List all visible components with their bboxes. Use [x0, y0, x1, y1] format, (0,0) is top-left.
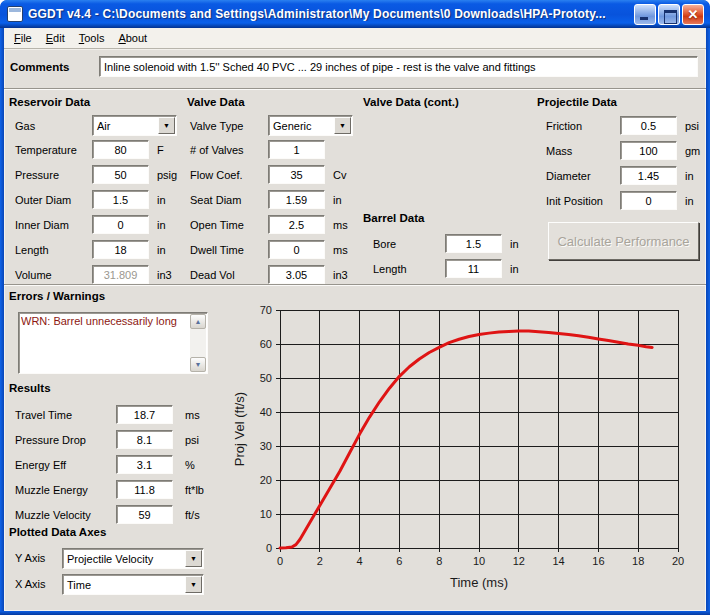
field-label: Length	[15, 244, 92, 256]
svg-text:10: 10	[473, 555, 485, 567]
scroll-up-button[interactable]: ▲	[190, 314, 206, 329]
field-label: Pressure Drop	[15, 434, 116, 446]
field-input[interactable]	[620, 166, 677, 185]
menu-tools[interactable]: Tools	[72, 30, 112, 47]
field-input[interactable]	[620, 191, 677, 210]
velocity-chart: 02468101214161820010203040506070Time (ms…	[230, 290, 710, 615]
reservoir-data-header: Reservoir Data	[9, 96, 90, 108]
field-unit: psi	[685, 120, 699, 132]
close-button[interactable]: ✕	[682, 4, 704, 25]
x-axis-combobox[interactable]: Time ▼	[62, 574, 204, 595]
field-unit: ms	[333, 244, 348, 256]
errors-warnings-header: Errors / Warnings	[9, 290, 105, 302]
field-row: Pressure Droppsi	[15, 427, 220, 452]
field-label: Muzzle Energy	[15, 484, 116, 496]
field-input[interactable]	[268, 215, 325, 234]
field-row: Seat Diamin	[190, 187, 365, 212]
valve-type-combobox[interactable]: Generic ▼	[268, 115, 353, 136]
field-input[interactable]	[116, 480, 173, 499]
scroll-down-button[interactable]: ▼	[190, 357, 206, 372]
field-input[interactable]	[268, 265, 325, 284]
field-unit: ms	[333, 219, 348, 231]
field-label: Bore	[373, 238, 445, 250]
y-axis-combobox-value: Projectile Velocity	[63, 553, 184, 565]
errors-scrollbar[interactable]: ▲ ▼	[190, 314, 206, 372]
field-unit: %	[185, 459, 195, 471]
field-input[interactable]	[116, 505, 173, 524]
x-axis-combobox-value: Time	[63, 579, 184, 591]
plotted-data-axes-header: Plotted Data Axes	[9, 526, 106, 538]
field-row: Muzzle Energyft*lb	[15, 477, 220, 502]
field-row: Travel Timems	[15, 402, 220, 427]
field-input[interactable]	[116, 405, 173, 424]
maximize-button[interactable]	[658, 4, 680, 25]
svg-text:20: 20	[260, 474, 272, 486]
svg-text:40: 40	[260, 406, 272, 418]
field-label: Seat Diam	[190, 194, 268, 206]
field-label: Temperature	[15, 144, 92, 156]
field-input[interactable]	[116, 455, 173, 474]
field-input[interactable]	[268, 240, 325, 259]
field-input[interactable]	[445, 259, 502, 278]
field-input[interactable]	[92, 240, 149, 259]
gas-combobox[interactable]: Air ▼	[92, 115, 177, 136]
svg-text:70: 70	[260, 304, 272, 316]
field-label: Mass	[546, 145, 620, 157]
field-input[interactable]	[268, 165, 325, 184]
svg-text:0: 0	[277, 555, 283, 567]
svg-text:20: 20	[672, 555, 684, 567]
field-row: TemperatureF	[15, 137, 185, 162]
field-label: Diameter	[546, 170, 620, 182]
field-unit: ms	[185, 409, 200, 421]
menu-about[interactable]: About	[111, 30, 154, 47]
svg-text:8: 8	[436, 555, 442, 567]
field-input[interactable]	[92, 215, 149, 234]
field-label: # of Valves	[190, 144, 268, 156]
field-input[interactable]	[92, 190, 149, 209]
field-label: Length	[373, 263, 445, 275]
chevron-down-icon: ▼	[190, 555, 197, 562]
field-input[interactable]	[92, 165, 149, 184]
errors-listbox[interactable]: WRN: Barrel unnecessarily long ▲ ▼	[18, 312, 208, 374]
close-icon: ✕	[688, 8, 699, 21]
calculate-performance-button[interactable]: Calculate Performance	[548, 222, 699, 260]
chevron-up-icon: ▲	[195, 318, 202, 325]
minimize-button[interactable]	[634, 4, 656, 25]
menu-file[interactable]: File	[7, 30, 39, 47]
field-unit: in3	[157, 269, 172, 281]
field-unit: psig	[157, 169, 177, 181]
reservoir-fields: TemperatureFPressurepsigOuter DiaminInne…	[15, 137, 185, 287]
window-title: GGDT v4.4 - C:\Documents and Settings\Ad…	[28, 7, 606, 21]
chevron-down-icon: ▼	[163, 122, 170, 129]
field-label: Volume	[15, 269, 92, 281]
field-label: Friction	[546, 120, 620, 132]
field-label: Pressure	[15, 169, 92, 181]
field-input[interactable]	[445, 234, 502, 253]
results-fields: Travel TimemsPressure DroppsiEnergy Eff%…	[15, 402, 220, 527]
field-input[interactable]	[268, 190, 325, 209]
separator-top	[4, 88, 706, 90]
field-row: Lengthin	[15, 237, 185, 262]
menu-edit[interactable]: Edit	[39, 30, 72, 47]
gas-combo-arrow-button[interactable]: ▼	[158, 117, 175, 134]
field-input[interactable]	[116, 430, 173, 449]
field-label: Inner Diam	[15, 219, 92, 231]
field-unit: in	[685, 195, 694, 207]
field-input[interactable]	[620, 116, 677, 135]
svg-text:Proj Vel (ft/s): Proj Vel (ft/s)	[232, 392, 247, 466]
svg-text:60: 60	[260, 338, 272, 350]
x-axis-label: X Axis	[15, 578, 46, 590]
y-axis-combo-arrow-button[interactable]: ▼	[185, 550, 202, 567]
title-bar: GGDT v4.4 - C:\Documents and Settings\Ad…	[0, 0, 710, 28]
y-axis-combobox[interactable]: Projectile Velocity ▼	[62, 548, 204, 569]
valve-type-combo-arrow-button[interactable]: ▼	[334, 117, 351, 134]
svg-text:14: 14	[552, 555, 564, 567]
comments-input[interactable]	[99, 56, 698, 77]
window-border-bottom	[0, 611, 710, 615]
y-axis-label: Y Axis	[15, 552, 45, 564]
app-icon	[7, 6, 23, 22]
field-input[interactable]	[620, 141, 677, 160]
x-axis-combo-arrow-button[interactable]: ▼	[185, 576, 202, 593]
field-input[interactable]	[92, 140, 149, 159]
field-input[interactable]	[268, 140, 325, 159]
